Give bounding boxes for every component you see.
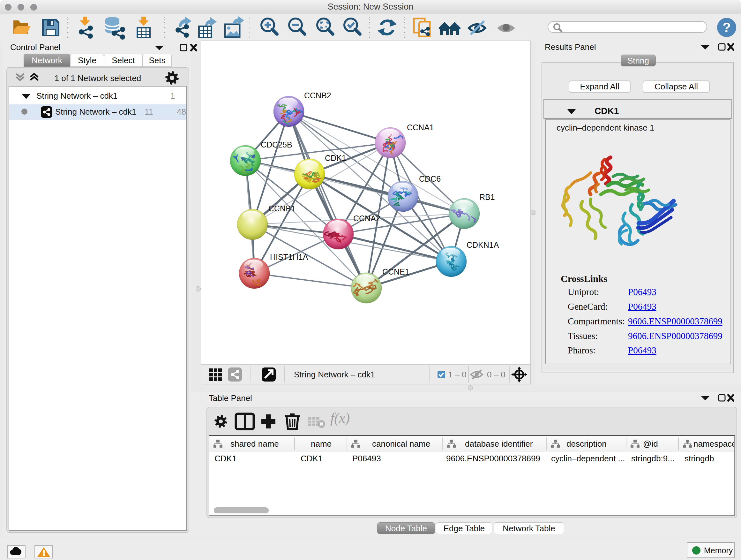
svg-text:CCNE1: CCNE1 [382, 267, 409, 276]
svg-text:CCNA2: CCNA2 [353, 214, 381, 223]
svg-text:HIST1H1A: HIST1H1A [270, 253, 308, 261]
svg-text:CDKN1A: CDKN1A [467, 240, 499, 249]
svg-text:CCNB2: CCNB2 [304, 91, 331, 100]
svg-text:1 – 0: 1 – 0 [448, 370, 467, 379]
svg-text:CDC6: CDC6 [419, 174, 441, 183]
svg-text:?: ? [723, 20, 731, 35]
svg-text:RB1: RB1 [479, 192, 495, 201]
svg-text:String Network – cdk1: String Network – cdk1 [294, 370, 375, 379]
svg-text:CDC25B: CDC25B [261, 140, 292, 149]
svg-text:CCNA1: CCNA1 [407, 123, 434, 132]
svg-text:CDK1: CDK1 [325, 153, 346, 163]
svg-text:CCNB1: CCNB1 [268, 204, 295, 213]
svg-text:0 – 0: 0 – 0 [487, 370, 506, 379]
